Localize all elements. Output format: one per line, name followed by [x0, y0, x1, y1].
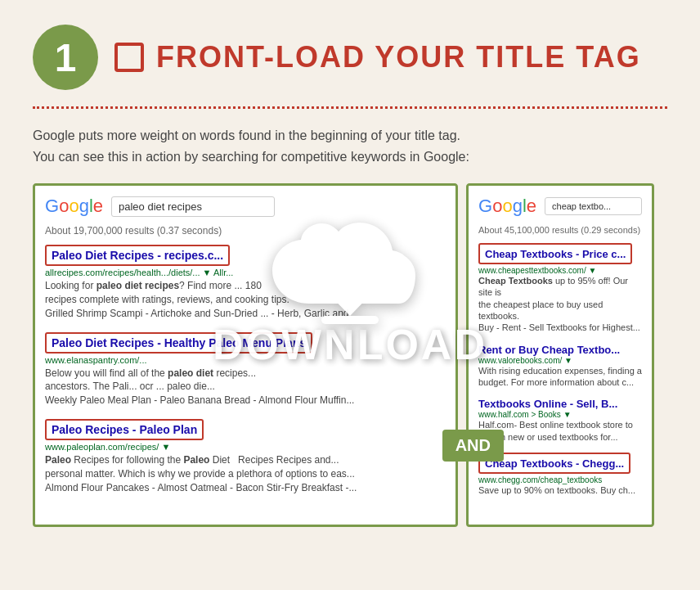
result-item-1: Paleo Diet Recipes - recipes.c... allrec…	[45, 245, 446, 320]
title-icon-box	[114, 43, 144, 72]
result-desc-3: Paleo Recipes for following the Paleo Di…	[45, 453, 446, 494]
and-label: AND	[442, 430, 504, 462]
right-result-title-2: Rent or Buy Cheap Textbo...	[478, 344, 642, 356]
header-section: 1 FRONT-LOAD YOUR TITLE TAG	[0, 0, 700, 106]
results-count-left: About 19,700,000 results (0.37 seconds)	[45, 225, 446, 236]
right-result-title-3: Textbooks Online - Sell, B...	[478, 398, 642, 410]
result-item-3: Paleo Recipes - Paleo Plan www.paleoplan…	[45, 419, 446, 494]
desc-line2: You can see this in action by searching …	[33, 150, 469, 164]
result-title-box-1: Paleo Diet Recipes - recipes.c...	[45, 245, 230, 266]
search-bar-right[interactable]: cheap textbo...	[545, 197, 642, 215]
divider	[33, 106, 667, 109]
result-title-3: Paleo Recipes - Paleo Plan	[52, 423, 197, 436]
right-result-url-4: www.chegg.com/cheap_textbooks	[478, 475, 642, 484]
right-result-title-4: Cheap Textbooks - Chegg...	[485, 457, 624, 470]
right-result-2: Rent or Buy Cheap Textbo... www.valorebo…	[478, 344, 642, 389]
desc-line1: Google puts more weight on words found i…	[33, 128, 460, 142]
number-text: 1	[55, 35, 77, 80]
right-result-desc-4: Save up to 90% on textbooks. Buy ch...	[478, 484, 642, 496]
right-result-url-3: www.half.com > Books ▼	[478, 410, 642, 419]
result-title-2: Paleo Diet Recipes - Healthy Paleo Menu …	[52, 336, 306, 349]
result-title-1: Paleo Diet Recipes - recipes.c...	[52, 249, 223, 262]
results-count-right: About 45,100,000 results (0.29 seconds)	[478, 225, 642, 235]
result-url-2: www.elanaspantry.com/...	[45, 355, 446, 365]
google-logo-left: Google	[45, 196, 103, 217]
main-title: FRONT-LOAD YOUR TITLE TAG	[156, 40, 641, 74]
right-result-title-1: Cheap Textbooks - Price c...	[485, 248, 626, 260]
google-header-left: Google paleo diet recipes	[45, 196, 446, 217]
right-result-1: Cheap Textbooks - Price c... www.cheapes…	[478, 243, 642, 333]
google-header-right: Google cheap textbo...	[478, 196, 642, 217]
search-query-right: cheap textbo...	[552, 201, 611, 211]
search-bar-left[interactable]: paleo diet recipes	[111, 196, 275, 217]
search-boxes-area: Google paleo diet recipes About 19,700,0…	[0, 183, 700, 527]
left-google-box: Google paleo diet recipes About 19,700,0…	[33, 183, 458, 527]
search-query-left: paleo diet recipes	[119, 200, 202, 213]
right-result-desc-2: With rising education expenses, finding …	[478, 365, 642, 389]
result-desc-2: Below you will find all of the paleo die…	[45, 367, 446, 408]
right-result-desc-1: Cheap Textbooks up to 95% off! Our site …	[478, 275, 642, 333]
description-text: Google puts more weight on words found i…	[0, 125, 700, 167]
result-title-box-3: Paleo Recipes - Paleo Plan	[45, 419, 204, 440]
right-result-title-box-1: Cheap Textbooks - Price c...	[478, 243, 632, 264]
right-result-url-2: www.valorebooks.com/ ▼	[478, 356, 642, 365]
right-google-box: Google cheap textbo... About 45,100,000 …	[466, 183, 654, 527]
result-desc-1: Looking for paleo diet recipes? Find mor…	[45, 279, 446, 320]
title-wrapper: FRONT-LOAD YOUR TITLE TAG	[114, 40, 641, 74]
google-logo-right: Google	[478, 196, 536, 217]
result-title-box-2: Paleo Diet Recipes - Healthy Paleo Menu …	[45, 332, 312, 354]
result-url-3: www.paleoplan.com/recipes/ ▼	[45, 442, 446, 452]
result-item-2: Paleo Diet Recipes - Healthy Paleo Menu …	[45, 332, 446, 408]
right-result-url-1: www.cheapesttextbooks.com/ ▼	[478, 266, 642, 275]
result-url-1: allrecipes.com/recipes/health.../diets/.…	[45, 268, 446, 277]
step-number: 1	[33, 25, 98, 90]
